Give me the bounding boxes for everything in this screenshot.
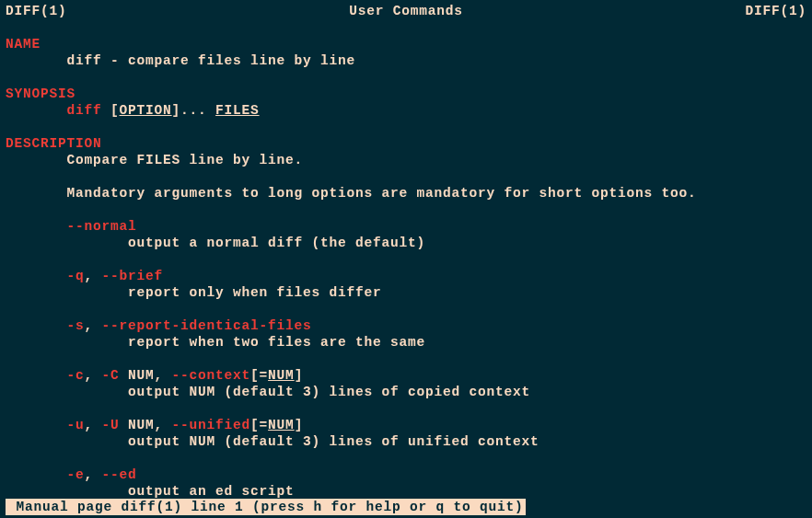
opt-brief-desc: report only when files differ — [6, 284, 806, 301]
synopsis-files: FILES — [215, 103, 260, 118]
header-center: User Commands — [349, 3, 463, 19]
synopsis-cmd: diff — [67, 103, 102, 118]
opt-ed: -e, --ed — [6, 466, 806, 483]
blank — [6, 351, 806, 367]
blank — [6, 201, 806, 218]
opt-context: -c, -C NUM, --context[=NUM] — [6, 367, 806, 384]
opt-unified-desc: output NUM (default 3) lines of unified … — [6, 433, 806, 450]
section-synopsis-title: SYNOPSIS — [6, 86, 806, 102]
opt-brief: -q, --brief — [6, 268, 806, 284]
blank — [6, 168, 806, 185]
synopsis-line: diff [OPTION]... FILES — [6, 102, 806, 119]
opt-report-desc: report when two files are the same — [6, 334, 806, 351]
section-name-title: NAME — [6, 36, 806, 52]
section-description-title: DESCRIPTION — [6, 135, 806, 152]
blank — [6, 19, 806, 36]
status-bar[interactable]: Manual page diff(1) line 1 (press h for … — [6, 499, 526, 515]
synopsis-option: OPTION — [120, 103, 172, 118]
blank — [6, 69, 806, 86]
header-left: DIFF(1) — [6, 3, 67, 19]
opt-unified: -u, -U NUM, --unified[=NUM] — [6, 417, 806, 433]
opt-report: -s, --report-identical-files — [6, 317, 806, 334]
blank — [6, 450, 806, 466]
name-line: diff - compare files line by line — [6, 52, 806, 69]
header-right: DIFF(1) — [745, 3, 806, 19]
blank — [6, 119, 806, 135]
opt-ed-desc: output an ed script — [6, 483, 806, 500]
blank — [6, 301, 806, 317]
opt-context-desc: output NUM (default 3) lines of copied c… — [6, 384, 806, 400]
blank — [6, 251, 806, 268]
desc-intro2: Mandatory arguments to long options are … — [6, 185, 806, 201]
opt-normal-desc: output a normal diff (the default) — [6, 235, 806, 251]
blank — [6, 400, 806, 417]
opt-normal: --normal — [6, 218, 806, 235]
man-header: DIFF(1) User Commands DIFF(1) — [6, 3, 806, 19]
desc-intro1: Compare FILES line by line. — [6, 152, 806, 168]
man-page-viewer[interactable]: DIFF(1) User Commands DIFF(1) NAME diff … — [0, 0, 812, 518]
